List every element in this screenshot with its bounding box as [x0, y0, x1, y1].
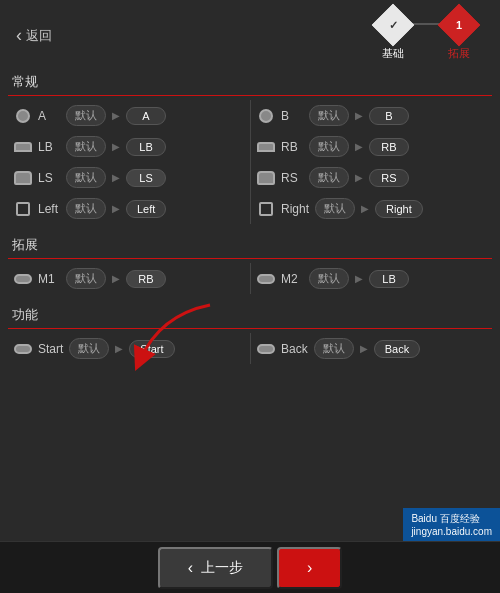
rs-arrow: ▶ — [355, 172, 363, 183]
rs-default-btn[interactable]: 默认 — [309, 167, 349, 188]
function-grid: Start 默认 ▶ Start Back 默认 ▶ Back — [8, 333, 492, 364]
extend-grid: M1 默认 ▶ RB M2 默认 ▶ LB — [8, 263, 492, 294]
function-left-col: Start 默认 ▶ Start — [8, 333, 250, 364]
left-default-btn[interactable]: 默认 — [66, 198, 106, 219]
bottom-nav: ‹ 上一步 › — [0, 541, 500, 593]
m1-default-btn[interactable]: 默认 — [66, 268, 106, 289]
steps-container: ✓ 基础 1 拓展 — [378, 10, 484, 61]
table-row: Right 默认 ▶ Right — [251, 193, 492, 224]
rb-button-label: RB — [281, 140, 303, 154]
function-section-title: 功能 — [8, 300, 492, 329]
a-default-btn[interactable]: 默认 — [66, 105, 106, 126]
m1-button-label: M1 — [38, 272, 60, 286]
lb-button-label: LB — [38, 140, 60, 154]
lb-button-icon — [14, 138, 32, 156]
normal-right-col: B 默认 ▶ B RB 默认 ▶ RB — [250, 100, 492, 224]
table-row: RB 默认 ▶ RB — [251, 131, 492, 162]
b-button-label: B — [281, 109, 303, 123]
step-basic-icon: ✓ — [389, 19, 398, 32]
rs-mapped-val[interactable]: RS — [369, 169, 409, 187]
m1-mapped-val[interactable]: RB — [126, 270, 166, 288]
rs-button-icon — [257, 169, 275, 187]
b-button-icon — [257, 107, 275, 125]
back-arrow: ▶ — [360, 343, 368, 354]
rs-button-label: RS — [281, 171, 303, 185]
m1-button-icon — [14, 270, 32, 288]
normal-left-col: A 默认 ▶ A LB 默认 ▶ LB — [8, 100, 250, 224]
prev-button[interactable]: ‹ 上一步 — [158, 547, 273, 589]
normal-section: 常规 A 默认 ▶ A — [8, 67, 492, 224]
m2-mapped-val[interactable]: LB — [369, 270, 409, 288]
m1-arrow: ▶ — [112, 273, 120, 284]
ls-mapped-val[interactable]: LS — [126, 169, 166, 187]
back-button-icon — [257, 340, 275, 358]
normal-section-title: 常规 — [8, 67, 492, 96]
step-extend: 1 拓展 — [444, 10, 474, 61]
step-basic-diamond: ✓ — [372, 4, 414, 46]
left-arrow: ▶ — [112, 203, 120, 214]
prev-chevron-icon: ‹ — [188, 559, 193, 577]
step-extend-diamond: 1 — [438, 4, 480, 46]
left-button-label: Left — [38, 202, 60, 216]
table-row: B 默认 ▶ B — [251, 100, 492, 131]
a-button-label: A — [38, 109, 60, 123]
b-default-btn[interactable]: 默认 — [309, 105, 349, 126]
b-arrow: ▶ — [355, 110, 363, 121]
extend-right-col: M2 默认 ▶ LB — [250, 263, 492, 294]
b-mapped-val[interactable]: B — [369, 107, 409, 125]
start-button-label: Start — [38, 342, 63, 356]
back-button-label: Back — [281, 342, 308, 356]
table-row: A 默认 ▶ A — [8, 100, 250, 131]
right-mapped-val[interactable]: Right — [375, 200, 423, 218]
a-button-icon — [14, 107, 32, 125]
back-default-btn[interactable]: 默认 — [314, 338, 354, 359]
m2-button-icon — [257, 270, 275, 288]
m2-arrow: ▶ — [355, 273, 363, 284]
table-row: LB 默认 ▶ LB — [8, 131, 250, 162]
lb-default-btn[interactable]: 默认 — [66, 136, 106, 157]
a-arrow: ▶ — [112, 110, 120, 121]
start-default-btn[interactable]: 默认 — [69, 338, 109, 359]
ls-default-btn[interactable]: 默认 — [66, 167, 106, 188]
left-button-icon — [14, 200, 32, 218]
extend-section: 拓展 M1 默认 ▶ RB M2 — [8, 230, 492, 294]
extend-section-title: 拓展 — [8, 230, 492, 259]
function-section: 功能 Start 默认 ▶ Start Ba — [8, 300, 492, 364]
right-default-btn[interactable]: 默认 — [315, 198, 355, 219]
table-row: M2 默认 ▶ LB — [251, 263, 492, 294]
prev-label: 上一步 — [201, 559, 243, 577]
m2-button-label: M2 — [281, 272, 303, 286]
ls-button-icon — [14, 169, 32, 187]
table-row: LS 默认 ▶ LS — [8, 162, 250, 193]
table-row: Left 默认 ▶ Left — [8, 193, 250, 224]
start-button-icon — [14, 340, 32, 358]
rb-default-btn[interactable]: 默认 — [309, 136, 349, 157]
right-button-label: Right — [281, 202, 309, 216]
next-chevron-icon: › — [307, 559, 312, 577]
back-button[interactable]: 返回 — [16, 25, 52, 46]
rb-mapped-val[interactable]: RB — [369, 138, 409, 156]
ls-arrow: ▶ — [112, 172, 120, 183]
step-basic-label: 基础 — [382, 46, 404, 61]
function-right-col: Back 默认 ▶ Back — [250, 333, 492, 364]
back-mapped-val[interactable]: Back — [374, 340, 420, 358]
left-mapped-val[interactable]: Left — [126, 200, 166, 218]
watermark: Baidu 百度经验jingyan.baidu.com — [403, 508, 500, 541]
lb-mapped-val[interactable]: LB — [126, 138, 166, 156]
lb-arrow: ▶ — [112, 141, 120, 152]
back-label: 返回 — [26, 27, 52, 45]
right-button-icon — [257, 200, 275, 218]
a-mapped-val[interactable]: A — [126, 107, 166, 125]
step-basic: ✓ 基础 — [378, 10, 408, 61]
table-row: M1 默认 ▶ RB — [8, 263, 250, 294]
normal-grid: A 默认 ▶ A LB 默认 ▶ LB — [8, 100, 492, 224]
extend-left-col: M1 默认 ▶ RB — [8, 263, 250, 294]
next-button[interactable]: › — [277, 547, 342, 589]
step-extend-icon: 1 — [456, 19, 462, 31]
start-mapped-val[interactable]: Start — [129, 340, 174, 358]
m2-default-btn[interactable]: 默认 — [309, 268, 349, 289]
table-row: Back 默认 ▶ Back — [251, 333, 492, 364]
step-extend-label: 拓展 — [448, 46, 470, 61]
right-arrow: ▶ — [361, 203, 369, 214]
table-row: Start 默认 ▶ Start — [8, 333, 250, 364]
